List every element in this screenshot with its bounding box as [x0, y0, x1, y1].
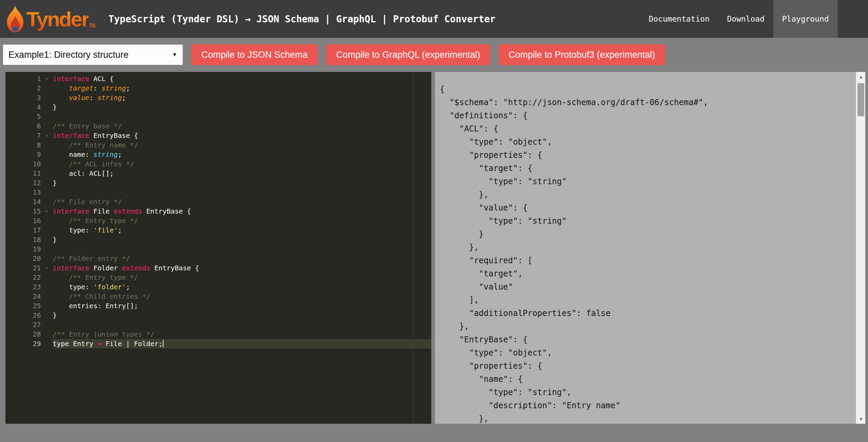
- code-text: type: 'file';: [53, 225, 431, 235]
- line-number: 3: [5, 93, 41, 102]
- fold-spacer: [41, 254, 53, 263]
- line-number: 18: [5, 235, 41, 244]
- code-line[interactable]: 25 entries: Entry[];: [5, 301, 431, 311]
- code-line[interactable]: 20/** Folder entry */: [5, 254, 431, 263]
- code-line[interactable]: 4}: [5, 102, 431, 112]
- fold-spacer: [41, 178, 53, 188]
- line-number: 10: [5, 159, 41, 169]
- code-text: interface EntryBase {: [53, 131, 431, 140]
- fold-spacer: [41, 150, 53, 159]
- line-number: 15: [5, 206, 41, 216]
- fold-spacer: [41, 102, 53, 112]
- code-line[interactable]: 12}: [5, 178, 431, 188]
- code-text: [53, 188, 431, 197]
- logo-suffix: ts: [90, 21, 96, 29]
- code-line[interactable]: 9 name: string;: [5, 150, 431, 159]
- fold-spacer: [41, 197, 53, 206]
- code-text: }: [53, 235, 431, 244]
- line-number: 1: [5, 74, 41, 83]
- line-number: 29: [5, 339, 41, 348]
- example-select[interactable]: Example1: Directory structure ▼: [3, 44, 183, 65]
- code-line[interactable]: 11 acl: ACL[];: [5, 169, 431, 178]
- code-line[interactable]: 2 target: string;: [5, 83, 431, 93]
- fold-arrow-icon[interactable]: ▾: [41, 206, 53, 216]
- line-number: 16: [5, 216, 41, 225]
- line-number: 5: [5, 112, 41, 121]
- fold-spacer: [41, 320, 53, 329]
- fold-spacer: [41, 140, 53, 150]
- output-panel[interactable]: { "$schema": "http://json-schema.org/dra…: [435, 72, 865, 424]
- scrollbar-thumb[interactable]: [858, 83, 864, 116]
- code-line[interactable]: 6/** Entry base */: [5, 121, 431, 131]
- line-number: 2: [5, 83, 41, 93]
- line-number: 8: [5, 140, 41, 150]
- fold-arrow-icon[interactable]: ▾: [41, 131, 53, 140]
- code-line[interactable]: 19: [5, 244, 431, 254]
- code-line[interactable]: 3 value: string;: [5, 93, 431, 102]
- line-number: 6: [5, 121, 41, 131]
- app-title: TypeScript (Tynder DSL) → JSON Schema | …: [108, 14, 495, 25]
- logo-text: Tynder: [26, 7, 88, 31]
- line-number: 11: [5, 169, 41, 178]
- code-line[interactable]: 29type Entry = File | Folder;: [5, 339, 431, 348]
- code-line[interactable]: 8 /** Entry name */: [5, 140, 431, 150]
- flame-icon: [5, 5, 25, 33]
- code-line[interactable]: 24 /** Child entries */: [5, 292, 431, 301]
- fold-arrow-icon[interactable]: ▾: [41, 74, 53, 83]
- code-line[interactable]: 1▾interface ACL {: [5, 74, 431, 83]
- nav-item-playground[interactable]: Playground: [773, 0, 838, 38]
- line-number: 23: [5, 282, 41, 292]
- code-text: interface Folder extends EntryBase {: [53, 263, 431, 273]
- code-line[interactable]: 5: [5, 112, 431, 121]
- code-line[interactable]: 27: [5, 320, 431, 329]
- code-line[interactable]: 26}: [5, 311, 431, 320]
- line-number: 22: [5, 273, 41, 282]
- line-number: 9: [5, 150, 41, 159]
- code-line[interactable]: 28/** Entry (union type) */: [5, 329, 431, 339]
- code-text: /** Entry base */: [53, 121, 431, 131]
- fold-arrow-icon[interactable]: ▾: [41, 263, 53, 273]
- code-line[interactable]: 16 /** Entry type */: [5, 216, 431, 225]
- text-cursor: [163, 340, 163, 347]
- code-text: /** Child entries */: [53, 292, 431, 301]
- line-number: 13: [5, 188, 41, 197]
- output-scrollbar[interactable]: ▲ ▼: [856, 72, 865, 424]
- code-text: /** Entry type */: [53, 273, 431, 282]
- code-text: [53, 112, 431, 121]
- fold-spacer: [41, 329, 53, 339]
- code-text: /** ACL infos */: [53, 159, 431, 169]
- line-number: 7: [5, 131, 41, 140]
- code-editor[interactable]: 1▾interface ACL {2 target: string;3 valu…: [5, 72, 431, 424]
- scroll-up-icon[interactable]: ▲: [856, 72, 865, 81]
- fold-spacer: [41, 112, 53, 121]
- compile-json-schema-button[interactable]: Compile to JSON Schema: [191, 44, 318, 65]
- code-line[interactable]: 17 type: 'file';: [5, 225, 431, 235]
- code-line[interactable]: 15▾interface File extends EntryBase {: [5, 206, 431, 216]
- code-line[interactable]: 13: [5, 188, 431, 197]
- fold-spacer: [41, 83, 53, 93]
- code-line[interactable]: 22 /** Entry type */: [5, 273, 431, 282]
- code-text: [53, 244, 431, 254]
- code-line[interactable]: 21▾interface Folder extends EntryBase {: [5, 263, 431, 273]
- code-line[interactable]: 10 /** ACL infos */: [5, 159, 431, 169]
- code-line[interactable]: 23 type: 'folder';: [5, 282, 431, 292]
- scroll-down-icon[interactable]: ▼: [856, 414, 865, 424]
- code-line[interactable]: 18}: [5, 235, 431, 244]
- line-number: 4: [5, 102, 41, 112]
- logo[interactable]: Tynder ts: [5, 5, 96, 33]
- code-line[interactable]: 7▾interface EntryBase {: [5, 131, 431, 140]
- output-json[interactable]: { "$schema": "http://json-schema.org/dra…: [440, 83, 850, 424]
- compile-protobuf-button[interactable]: Compile to Protobuf3 (experimental): [499, 44, 665, 65]
- code-text: name: string;: [53, 150, 431, 159]
- compile-graphql-button[interactable]: Compile to GraphQL (experimental): [326, 44, 490, 65]
- code-text: interface ACL {: [53, 74, 431, 83]
- line-number: 12: [5, 178, 41, 188]
- nav-item-download[interactable]: Download: [718, 0, 773, 38]
- code-text: target: string;: [53, 83, 431, 93]
- code-text: }: [53, 102, 431, 112]
- code-text: value: string;: [53, 93, 431, 102]
- code-text: /** Entry type */: [53, 216, 431, 225]
- code-line[interactable]: 14/** File entry */: [5, 197, 431, 206]
- line-number: 20: [5, 254, 41, 263]
- nav-item-documentation[interactable]: Documentation: [640, 0, 718, 38]
